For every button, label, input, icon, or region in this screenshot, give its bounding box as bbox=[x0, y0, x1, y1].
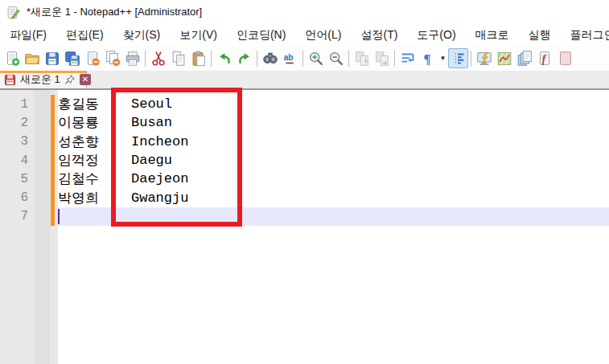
undo-icon[interactable] bbox=[214, 48, 234, 68]
code-line-7: 7 bbox=[0, 207, 609, 226]
code-line-6: 6박영희Gwangju bbox=[0, 188, 609, 207]
menu-bar: 파일(F)편집(E)찾기(S)보기(V)인코딩(N)언어(L)설정(T)도구(O… bbox=[0, 24, 609, 46]
copy-icon[interactable] bbox=[168, 48, 188, 68]
code-line-1: 1홍길동Seoul bbox=[0, 95, 609, 113]
replace-icon[interactable]: ab bbox=[280, 48, 300, 68]
menu-item-search[interactable]: 찾기(S) bbox=[113, 25, 171, 46]
paste-icon[interactable] bbox=[188, 48, 208, 68]
toolbar: ab¶▼f bbox=[0, 46, 609, 71]
redo-icon[interactable] bbox=[234, 48, 254, 68]
open-file-icon[interactable] bbox=[22, 48, 42, 68]
toolbar-separator bbox=[348, 51, 349, 67]
tab-label: 새로운 1 bbox=[20, 72, 60, 87]
menu-item-language[interactable]: 언어(L) bbox=[295, 25, 351, 46]
line-number: 5 bbox=[0, 172, 31, 186]
code-line-4: 4임꺽정Daegu bbox=[0, 151, 609, 170]
zoom-in-icon[interactable] bbox=[306, 48, 326, 68]
close-all-icon[interactable] bbox=[102, 48, 122, 68]
menu-item-plugins[interactable]: 플러그인 bbox=[561, 25, 609, 46]
monitor-icon[interactable] bbox=[554, 48, 574, 68]
document-list-icon[interactable] bbox=[514, 48, 534, 68]
code-line-2: 2이몽룡Busan bbox=[0, 113, 609, 132]
save-icon[interactable] bbox=[42, 48, 62, 68]
line-number: 4 bbox=[0, 153, 31, 168]
find-icon[interactable] bbox=[260, 48, 280, 68]
notepad-plus-plus-window: *새로운 1 - Notepad++ [Administrator] 파일(F)… bbox=[0, 0, 609, 364]
menu-item-settings[interactable]: 설정(T) bbox=[351, 25, 407, 46]
function-list-icon[interactable]: f bbox=[534, 48, 554, 68]
toolbar-separator bbox=[302, 51, 303, 67]
menu-item-run[interactable]: 실행 bbox=[519, 25, 561, 46]
line-number: 2 bbox=[0, 116, 31, 130]
line-number: 1 bbox=[0, 97, 31, 112]
notepad-plus-plus-logo-icon bbox=[6, 6, 20, 19]
toolbar-separator bbox=[211, 51, 212, 67]
user-defined-language-icon[interactable] bbox=[474, 48, 494, 68]
tab-close-icon[interactable]: ✕ bbox=[80, 74, 91, 85]
toolbar-separator bbox=[145, 51, 146, 67]
close-icon[interactable] bbox=[82, 48, 102, 68]
menu-item-encoding[interactable]: 인코딩(N) bbox=[227, 25, 295, 46]
word-wrap-icon[interactable] bbox=[397, 48, 418, 68]
svg-text:ab: ab bbox=[283, 52, 293, 61]
new-file-icon[interactable] bbox=[2, 48, 22, 68]
code-lines: 1홍길동Seoul2이몽룡Busan3성춘향Incheon4임꺽정Daegu5김… bbox=[0, 95, 609, 226]
code-line-3: 3성춘향Incheon bbox=[0, 133, 609, 151]
svg-text:¶: ¶ bbox=[423, 51, 430, 66]
menu-item-file[interactable]: 파일(F) bbox=[0, 25, 56, 46]
pin-icon[interactable] bbox=[64, 74, 76, 85]
sync-vertical-scroll-icon[interactable] bbox=[352, 48, 372, 68]
line-number: 7 bbox=[0, 209, 31, 223]
line-number: 3 bbox=[0, 134, 31, 149]
tab-new-1[interactable]: 새로운 1 ✕ bbox=[0, 71, 87, 88]
active-tab-accent bbox=[0, 71, 86, 73]
line-number: 6 bbox=[0, 190, 31, 205]
show-all-characters-icon[interactable]: ¶ bbox=[418, 48, 438, 68]
menu-item-tools[interactable]: 도구(O) bbox=[407, 25, 465, 46]
cut-icon[interactable] bbox=[148, 48, 168, 68]
zoom-out-icon[interactable] bbox=[326, 48, 346, 68]
menu-item-macro[interactable]: 매크로 bbox=[466, 25, 519, 46]
chevron-down-icon[interactable]: ▼ bbox=[438, 48, 448, 68]
window-title: *새로운 1 - Notepad++ [Administrator] bbox=[27, 5, 202, 19]
unsaved-floppy-icon bbox=[4, 74, 16, 86]
document-map-icon[interactable] bbox=[494, 48, 514, 68]
menu-item-edit[interactable]: 편집(E) bbox=[56, 25, 113, 46]
save-all-icon[interactable] bbox=[62, 48, 82, 68]
toolbar-separator bbox=[394, 51, 395, 67]
show-indent-guide-icon[interactable] bbox=[448, 48, 468, 68]
editor-area[interactable]: 1홍길동Seoul2이몽룡Busan3성춘향Incheon4임꺽정Daegu5김… bbox=[0, 90, 609, 364]
toolbar-separator bbox=[257, 51, 257, 67]
title-bar: *새로운 1 - Notepad++ [Administrator] bbox=[0, 0, 609, 24]
code-line-5: 5김철수Daejeon bbox=[0, 170, 609, 188]
toolbar-separator bbox=[471, 51, 471, 67]
text-caret bbox=[58, 209, 60, 224]
print-icon[interactable] bbox=[122, 48, 142, 68]
sync-horizontal-scroll-icon[interactable] bbox=[372, 48, 392, 68]
red-highlight-rectangle bbox=[111, 88, 242, 227]
menu-item-view[interactable]: 보기(V) bbox=[170, 25, 227, 46]
tab-strip: 새로운 1 ✕ bbox=[0, 71, 609, 90]
